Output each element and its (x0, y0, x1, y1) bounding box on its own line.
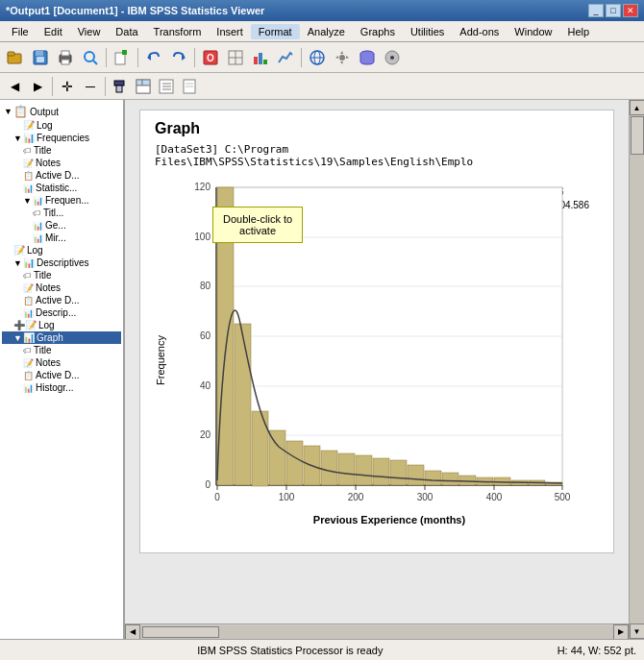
area-chart-button[interactable] (274, 46, 297, 69)
nav-graph[interactable]: ▼ 📊 Graph (2, 331, 121, 344)
nav-back-button[interactable]: ◀ (4, 76, 25, 97)
nav-freq-sub-mir[interactable]: 📊 Mir... (2, 232, 121, 244)
menu-utilities[interactable]: Utilities (403, 24, 452, 39)
close-button[interactable]: ✕ (623, 4, 638, 17)
minimize-button[interactable]: _ (588, 4, 604, 17)
freq-table-label: Frequen... (45, 195, 89, 206)
desc-active-label: Active D... (36, 295, 80, 306)
nav-freq-sub-ge[interactable]: 📊 Ge... (2, 219, 121, 232)
export-button[interactable] (111, 46, 134, 69)
print-button[interactable] (54, 46, 77, 69)
graph-active-icon: 📋 (23, 371, 34, 380)
nav-desc-desc[interactable]: 📊 Descrip... (2, 306, 121, 319)
redo-button[interactable] (167, 46, 190, 69)
menu-transform[interactable]: Transform (146, 24, 210, 39)
nav-forward-button[interactable]: ▶ (27, 76, 48, 97)
expand-button[interactable]: ✛ (57, 76, 78, 97)
menu-file[interactable]: File (4, 24, 37, 39)
nav-desc-active[interactable]: 📋 Active D... (2, 294, 121, 306)
menu-window[interactable]: Window (507, 24, 559, 39)
freq-sub-ge-icon: 📊 (33, 221, 43, 231)
view-page-button[interactable] (179, 76, 200, 97)
v-scroll-track[interactable] (630, 115, 644, 623)
globe-button[interactable] (306, 46, 329, 69)
nav-freq-notes[interactable]: 📝 Notes (2, 157, 121, 169)
nav-output[interactable]: ▼ 📋 Output (2, 104, 121, 119)
nav-graph-hist[interactable]: 📊 Histogr... (2, 381, 121, 394)
nav-panel: ▼ 📋 Output 📝 Log ▼ 📊 Frequencies 🏷 Title… (0, 100, 125, 639)
svg-rect-72 (425, 471, 441, 485)
insert-output-button[interactable]: O (199, 46, 222, 69)
nav-desc-title[interactable]: 🏷 Title (2, 269, 121, 281)
svg-rect-73 (442, 473, 458, 485)
svg-rect-34 (142, 80, 150, 86)
svg-rect-20 (254, 57, 258, 64)
svg-rect-6 (62, 51, 69, 56)
expand-graph-icon[interactable]: ▼ (13, 333, 23, 343)
nav-log3[interactable]: ➕ 📝 Log (2, 319, 121, 331)
view-list-button[interactable] (156, 76, 177, 97)
nav-freq-active[interactable]: 📋 Active D... (2, 169, 121, 182)
gear-button[interactable] (331, 46, 354, 69)
graph-section-title: Graph (155, 120, 599, 137)
v-scroll-down-btn[interactable]: ▼ (630, 623, 645, 639)
expand-freq-icon[interactable]: ▼ (13, 134, 23, 143)
svg-rect-63 (269, 430, 285, 485)
freq-stat-label: Statistic... (36, 183, 77, 193)
content-scroll[interactable]: Graph [DataSet3] C:\Program Files\IBM\SP… (125, 100, 629, 623)
menu-data[interactable]: Data (108, 24, 145, 39)
desc-desc-icon: 📊 (23, 308, 34, 318)
svg-text:Previous Experience (months): Previous Experience (months) (313, 514, 466, 526)
database-button[interactable] (356, 46, 379, 69)
nav-frequencies[interactable]: ▼ 📊 Frequencies (2, 132, 121, 144)
expand-output-icon[interactable]: ▼ (4, 107, 13, 116)
menu-view[interactable]: View (70, 24, 109, 39)
toolbar2-sep1 (52, 77, 53, 96)
nav-graph-active[interactable]: 📋 Active D... (2, 369, 121, 381)
menu-format[interactable]: Format (251, 24, 300, 39)
menu-edit[interactable]: Edit (37, 24, 70, 39)
nav-desc-notes[interactable]: 📝 Notes (2, 281, 121, 294)
h-scrollbar[interactable]: ◀ ▶ (125, 623, 629, 639)
nav-descriptives[interactable]: ▼ 📊 Descriptives (2, 257, 121, 269)
nav-freq-stat[interactable]: 📊 Statistic... (2, 182, 121, 194)
save-button[interactable] (29, 46, 52, 69)
expand-freqtable-icon[interactable]: ▼ (23, 196, 33, 206)
h-scroll-thumb[interactable] (142, 626, 219, 638)
v-scrollbar[interactable]: ▲ ▼ (629, 100, 644, 639)
nav-graph-title[interactable]: 🏷 Title (2, 344, 121, 356)
v-scroll-thumb[interactable] (631, 116, 644, 155)
pivot-table-button[interactable] (224, 46, 247, 69)
menu-help[interactable]: Help (559, 24, 597, 39)
bookmark-button[interactable] (110, 76, 131, 97)
nav-freq-title[interactable]: 🏷 Title (2, 144, 121, 157)
view-detail-button[interactable] (133, 76, 154, 97)
menu-graphs[interactable]: Graphs (353, 24, 403, 39)
nav-log1[interactable]: 📝 Log (2, 119, 121, 132)
h-scroll-left-btn[interactable]: ◀ (125, 624, 140, 640)
menu-analyze[interactable]: Analyze (300, 24, 353, 39)
h-scroll-right-btn[interactable]: ▶ (613, 624, 629, 640)
svg-rect-3 (36, 51, 43, 56)
nav-log2[interactable]: 📝 Log (2, 244, 121, 257)
bar-chart-button[interactable] (249, 46, 272, 69)
menu-addons[interactable]: Add-ons (452, 24, 507, 39)
v-scroll-up-btn[interactable]: ▲ (630, 100, 645, 115)
h-scroll-track[interactable] (140, 625, 613, 639)
nav-freq-sub-title[interactable]: 🏷 Titl... (2, 207, 121, 219)
disk-button[interactable] (381, 46, 404, 69)
freq-sub-ge-label: Ge... (45, 220, 66, 231)
desc-desc-label: Descrip... (36, 307, 76, 318)
svg-text:20: 20 (200, 429, 211, 440)
undo-button[interactable] (142, 46, 165, 69)
find-button[interactable] (79, 46, 102, 69)
expand-desc-icon[interactable]: ▼ (13, 258, 23, 268)
toolbar-separator-2 (137, 48, 138, 67)
maximize-button[interactable]: □ (606, 4, 621, 17)
menu-insert[interactable]: Insert (209, 24, 251, 39)
nav-graph-notes[interactable]: 📝 Notes (2, 356, 121, 369)
open-folder-button[interactable] (4, 46, 27, 69)
toolbar-separator-4 (301, 48, 302, 67)
collapse-button[interactable]: ─ (80, 76, 101, 97)
nav-freq-table[interactable]: ▼ 📊 Frequen... (2, 194, 121, 207)
